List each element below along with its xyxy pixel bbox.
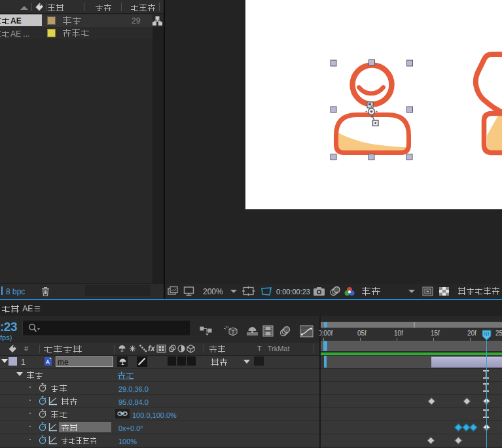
svg-text:fx: fx <box>148 344 156 353</box>
